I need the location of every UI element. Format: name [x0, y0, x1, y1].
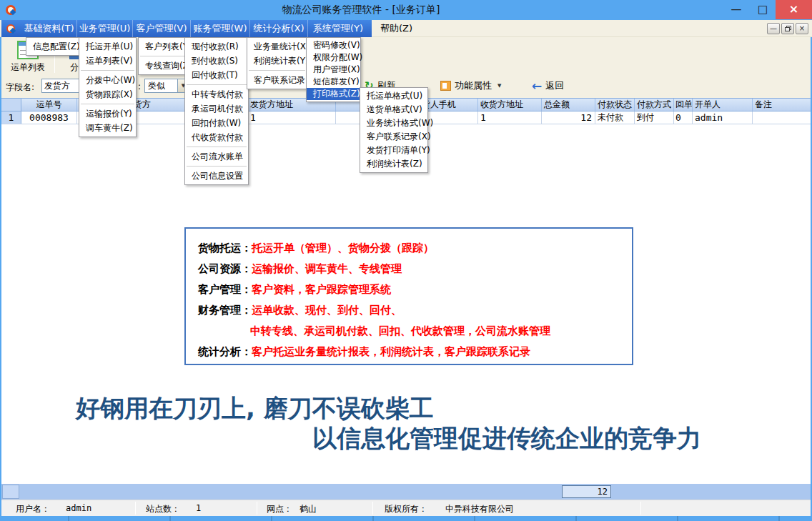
cell-receiver-address[interactable]: 1 [478, 111, 542, 124]
menu-business[interactable]: 业务管理(U) [77, 20, 133, 37]
menu-item-change-password[interactable]: 密码修改(V) [307, 39, 360, 51]
close-button[interactable]: × [776, 0, 812, 19]
header-remark[interactable]: 备注 [753, 99, 810, 111]
menu-item-truck-broker[interactable]: 调车黄牛(Z) [79, 121, 136, 135]
header-creator[interactable]: 开单人 [693, 99, 753, 111]
menu-item-transport-quote[interactable]: 运输报价(Y) [79, 106, 136, 121]
cell-row-number[interactable]: 1 [1, 111, 21, 124]
mdi-close-button[interactable]: × [796, 23, 808, 34]
menu-item-business-stats-format[interactable]: 业务统计格式(W) [360, 116, 427, 130]
info-text: 客户资料，客户跟踪管理系统 [252, 283, 391, 296]
summary-left-box [2, 485, 19, 499]
minimize-button[interactable]: — [723, 0, 749, 19]
header-payment-status[interactable]: 付款状态 [595, 99, 635, 111]
menu-item-profit-stats-format[interactable]: 利润统计表(Z) [360, 157, 427, 171]
menu-item-profit-stats[interactable]: 利润统计表(Y) [247, 54, 307, 68]
branch-value: 鹤山 [299, 503, 317, 515]
cell-creator[interactable]: admin [693, 111, 753, 124]
menu-item-transfer-line-payment[interactable]: 中转专线付款 [185, 87, 248, 101]
menu-item-customer-contact-log[interactable]: 客户联系记录 [247, 73, 307, 87]
field-name-input[interactable]: 发货方 [41, 79, 79, 93]
summary-total: 12 [562, 485, 611, 498]
menu-item-cash-receipt[interactable]: 现付收款(R) [185, 39, 248, 54]
header-waybill-no[interactable]: 运单号 [21, 99, 77, 111]
menu-item-shipping-print-list[interactable]: 发货打印清单(Y) [360, 144, 427, 157]
header-payment-method[interactable]: 付款方式 [635, 99, 674, 111]
menu-item-company-ledger[interactable]: 公司流水账单 [185, 149, 248, 164]
info-text: 客户托运业务量统计报表，利润统计表，客户跟踪联系记录 [252, 345, 530, 358]
slogan-line-2: 以信息化管理促进传统企业的竞争力 [312, 422, 701, 455]
menu-item-volume-stats[interactable]: 业务量统计(X) [247, 39, 307, 54]
branch-label: 网点： [267, 503, 292, 515]
sites-value: 1 [196, 503, 201, 513]
copyright-value: 中异科技有限公司 [445, 503, 514, 515]
menu-item-delivery-format[interactable]: 送货单格式(V) [360, 103, 427, 116]
menu-item-waybill-list[interactable]: 运单列表(V) [79, 54, 136, 68]
mdi-restore-button[interactable] [781, 23, 794, 34]
summary-bar: 12 [1, 484, 811, 500]
menu-system[interactable]: 系统管理(Y) [308, 20, 368, 37]
status-separator [640, 502, 641, 515]
cell-payment-method[interactable]: 到付 [635, 111, 674, 124]
menu-logo-icon [1, 22, 21, 36]
header-total-amount[interactable]: 总金额 [542, 99, 595, 111]
menu-item-cargo-tracking[interactable]: 货物跟踪(X) [79, 87, 136, 101]
menu-item-permission-assign[interactable]: 权限分配(W) [307, 51, 360, 64]
properties-button[interactable]: 功能属性 ▼ [440, 77, 501, 94]
cell-shipper-address[interactable]: 1 [248, 111, 336, 124]
cell-waybill-no[interactable]: 0008983 [21, 111, 77, 124]
menu-item-dispatch-center[interactable]: 分拨中心(W) [79, 73, 136, 87]
menu-item-collection-payment[interactable]: 代收货款付款 [185, 130, 248, 144]
menu-item-line-query[interactable]: 专线查询(Z) [139, 59, 189, 73]
status-separator [135, 502, 136, 515]
back-button[interactable]: ← 返回 [532, 77, 564, 94]
info-label: 货物托运： [198, 242, 252, 254]
menu-item-cod-receipt[interactable]: 到付收款(S) [185, 54, 248, 68]
cell-payment-status[interactable]: 未付款 [595, 111, 635, 124]
menu-item-carrier-driver-payment[interactable]: 承运司机付款 [185, 101, 248, 116]
menu-panel-stats: 业务量统计(X) 利润统计表(Y) 客户联系记录 [247, 37, 307, 89]
header-receipt[interactable]: 回单 [674, 99, 693, 111]
user-label: 用户名： [16, 503, 50, 515]
copyright-label: 版权所有： [385, 503, 427, 515]
menu-item-user-management[interactable]: 用户管理(X) [307, 64, 360, 76]
menu-panel-business: 托运开单(U) 运单列表(V) 分拨中心(W) 货物跟踪(X) 运输报价(Y) … [79, 37, 137, 137]
menu-finance[interactable]: 账务管理(W) [191, 20, 250, 37]
menu-panel-finance: 现付收款(R) 到付收款(S) 回付收款(T) 中转专线付款 承运司机付款 回扣… [184, 37, 249, 185]
menu-item-company-info[interactable]: 公司信息设置 [185, 169, 248, 183]
maximize-button[interactable]: □ [751, 0, 775, 19]
menu-item-info-config[interactable]: 信息配置(Z) [26, 39, 79, 54]
menu-strip: 基础资料(T) 业务管理(U) 客户管理(V) 账务管理(W) 统计分析(X) … [1, 20, 372, 37]
menu-item-sms-broadcast[interactable]: 短信群发(Y) [307, 76, 360, 88]
cell-total-amount[interactable]: 12 [542, 111, 595, 124]
menu-item-rebate-payment[interactable]: 回扣付款(W) [185, 116, 248, 130]
menu-panel-system: 密码修改(V) 权限分配(W) 用户管理(X) 短信群发(Y) 打印格式(Z) … [306, 37, 361, 102]
chevron-down-icon: ▼ [497, 83, 501, 89]
menu-item-consign-billing[interactable]: 托运开单(U) [79, 39, 136, 54]
status-bar: 用户名： admin 站点数： 1 网点： 鹤山 版权所有： 中异科技有限公司 [1, 500, 811, 516]
menu-item-customer-list[interactable]: 客户列表(Y) [139, 39, 189, 54]
mdi-minimize-button[interactable]: — [767, 23, 780, 34]
info-label: 公司资源： [198, 262, 252, 275]
menu-item-customer-contact-format[interactable]: 客户联系记录(X) [360, 130, 427, 144]
slogan-line-1: 好钢用在刀刃上, 磨刀不误砍柴工 [76, 392, 434, 425]
info-text: 运输报价、调车黄牛、专线管理 [252, 262, 402, 275]
submenu-panel-print-format: 托运单格式(U) 送货单格式(V) 业务统计格式(W) 客户联系记录(X) 发货… [360, 87, 428, 173]
header-receiver-address[interactable]: 收货方地址 [478, 99, 542, 111]
menu-item-return-receipt[interactable]: 回付收款(T) [185, 68, 248, 82]
cell-receipt[interactable]: 0 [674, 111, 693, 124]
menu-help[interactable]: 帮助(Z) [375, 20, 418, 37]
menu-item-consign-format[interactable]: 托运单格式(U) [360, 89, 427, 103]
menu-customer[interactable]: 客户管理(V) [133, 20, 191, 37]
menu-base-info[interactable]: 基础资料(T) [21, 20, 77, 37]
info-text: 托运开单（管理）、货物分拨（跟踪） [252, 242, 434, 254]
menu-item-print-format[interactable]: 打印格式(Z) ▶ [307, 88, 360, 100]
cell-remark[interactable] [753, 111, 810, 124]
menu-stats[interactable]: 统计分析(X) [250, 20, 308, 37]
back-arrow-icon: ← [532, 79, 542, 93]
sites-label: 站点数： [146, 503, 180, 515]
match-mode-select[interactable]: 类似 ▼ [144, 79, 189, 93]
menu-panel-customer: 客户列表(Y) 专线查询(Z) [138, 37, 189, 75]
window-title: 物流公司账务管理软件 - [业务订单] [0, 4, 722, 16]
user-value: admin [66, 503, 91, 513]
